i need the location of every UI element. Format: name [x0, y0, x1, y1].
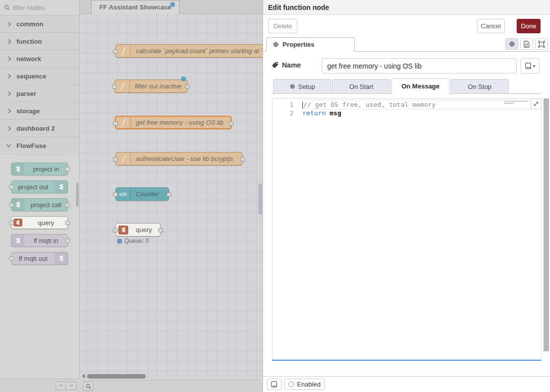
- edit-tray-title: Edit function node: [268, 3, 329, 11]
- code-text: msg: [326, 109, 341, 117]
- flow-node-filter-out-inactive[interactable]: ƒ filter out inactive: [114, 79, 187, 93]
- category-label: common: [16, 20, 43, 28]
- tray-scrollbar[interactable]: [544, 98, 549, 351]
- workspace-tabbar: FF Assistant Showcase: [80, 0, 263, 14]
- text-cursor: [302, 102, 303, 109]
- palette-category-storage[interactable]: storage: [0, 102, 79, 120]
- palette-node-ff-mqtt-in[interactable]: ff mqtt in: [11, 234, 68, 247]
- library-button[interactable]: ▾: [521, 58, 540, 74]
- tag-icon: [272, 62, 278, 69]
- flow-node-counter[interactable]: </> Counter: [115, 187, 169, 201]
- input-port[interactable]: [113, 157, 118, 161]
- output-port[interactable]: [240, 157, 245, 161]
- palette-category-function[interactable]: function: [0, 33, 79, 50]
- appearance-icon-button[interactable]: [535, 38, 548, 50]
- chevron-right-icon: [6, 108, 11, 113]
- tab-on-stop[interactable]: On Stop: [451, 79, 509, 94]
- collapse-all-button[interactable]: [56, 382, 66, 390]
- book-icon: [271, 381, 277, 388]
- tray-footer: Enabled: [263, 376, 550, 392]
- palette-node-ff-mqtt-out[interactable]: ff mqtt out: [11, 252, 68, 265]
- node-label: filter out inactive: [130, 82, 186, 90]
- function-icon: ƒ: [116, 117, 131, 128]
- node-label: query: [131, 226, 157, 234]
- scroll-left-arrow-icon[interactable]: [82, 374, 85, 379]
- workspace-tab-label: FF Assistant Showcase: [99, 3, 172, 11]
- flow-node-calculate-primes[interactable]: ƒ calculate `payload.count` primes start…: [115, 44, 263, 58]
- workspace-tab[interactable]: FF Assistant Showcase: [91, 0, 180, 14]
- expand-editor-button[interactable]: [531, 98, 542, 109]
- output-port[interactable]: [167, 192, 172, 197]
- canvas-vertical-scrollbar[interactable]: [259, 184, 262, 215]
- palette-category-sequence[interactable]: sequence: [0, 68, 79, 85]
- enabled-label: Enabled: [297, 381, 321, 388]
- tab-label: On Message: [401, 82, 440, 90]
- input-port[interactable]: [113, 192, 118, 197]
- zoom-search-button[interactable]: [83, 382, 93, 391]
- code-line-1[interactable]: 1 // get OS free, used, total memory: [273, 100, 541, 109]
- palette-sidebar: common function network sequence parser …: [0, 0, 80, 392]
- code-line-2[interactable]: 2 return msg: [273, 109, 541, 118]
- category-label: storage: [16, 107, 40, 115]
- delete-button[interactable]: Delete: [268, 19, 297, 33]
- expand-all-button[interactable]: [66, 382, 77, 390]
- input-port[interactable]: [112, 84, 117, 89]
- input-port[interactable]: [113, 121, 118, 126]
- expand-icon: [533, 101, 539, 107]
- palette-scrollbar[interactable]: [76, 183, 79, 207]
- chevron-right-icon: [6, 126, 11, 131]
- done-button[interactable]: Done: [517, 19, 541, 33]
- palette-node-project-out[interactable]: project out: [11, 180, 68, 193]
- library-footer-button[interactable]: [267, 379, 281, 390]
- line-number: 1: [273, 100, 293, 109]
- palette-search[interactable]: [0, 0, 79, 15]
- filter-nodes-input[interactable]: [13, 4, 68, 11]
- function-icon: ƒ: [116, 45, 131, 57]
- output-port[interactable]: [185, 84, 190, 89]
- enabled-status-icon: [288, 382, 294, 387]
- output-port: [65, 203, 70, 207]
- input-port[interactable]: [113, 49, 118, 54]
- enabled-toggle-button[interactable]: Enabled: [284, 379, 325, 390]
- palette-category-dashboard2[interactable]: dashboard 2: [0, 120, 79, 137]
- palette-category-flowfuse[interactable]: FlowFuse: [0, 137, 79, 155]
- category-label: FlowFuse: [16, 142, 46, 150]
- palette-node-label: project out: [11, 183, 55, 191]
- code-comment: // get OS free, used, total memory: [303, 101, 436, 108]
- category-label: sequence: [16, 73, 46, 80]
- palette-category-parser[interactable]: parser: [0, 85, 79, 102]
- edit-tray: Edit function node Delete Cancel Done Pr…: [263, 0, 550, 392]
- palette-node-project-call[interactable]: project call: [11, 198, 68, 211]
- output-port[interactable]: [229, 121, 234, 126]
- flowfuse-logo-icon: [11, 163, 24, 175]
- palette-category-network[interactable]: network: [0, 50, 79, 68]
- tray-tabs-bar: Properties: [263, 36, 550, 52]
- function-icon: ƒ: [115, 80, 130, 92]
- node-name-input[interactable]: [322, 58, 517, 74]
- input-port: [9, 203, 14, 207]
- tab-properties[interactable]: Properties: [266, 37, 355, 52]
- tab-setup[interactable]: Setup: [273, 79, 331, 94]
- tab-on-start[interactable]: On Start: [332, 79, 390, 94]
- tab-on-message[interactable]: On Message: [391, 78, 450, 94]
- input-port[interactable]: [113, 228, 118, 233]
- palette-category-common[interactable]: common: [0, 15, 79, 33]
- canvas-horizontal-scrollbar[interactable]: [82, 374, 146, 379]
- cancel-button[interactable]: Cancel: [477, 19, 505, 33]
- palette-node-project-in[interactable]: project in: [11, 162, 68, 175]
- horizontal-scroll-thumb[interactable]: [87, 374, 146, 379]
- category-label: network: [16, 55, 41, 63]
- flow-node-get-free-memory[interactable]: ƒ get free memory - using OS lib: [115, 116, 232, 129]
- description-icon-button[interactable]: [520, 38, 533, 50]
- code-keyword: return: [302, 109, 326, 117]
- flow-node-authenticate-user[interactable]: ƒ authenticateUser - use lib bcryptjs: [115, 152, 243, 165]
- caret-down-icon: ▾: [533, 64, 536, 69]
- chevron-right-icon: [6, 91, 11, 96]
- palette-node-query[interactable]: query: [11, 216, 68, 229]
- output-port[interactable]: [158, 228, 163, 233]
- flow-node-query[interactable]: query: [115, 223, 161, 236]
- flow-canvas[interactable]: FF Assistant Showcase ƒ calculate `paylo…: [80, 0, 263, 392]
- code-editor[interactable]: 1 // get OS free, used, total memory 2 r…: [272, 98, 542, 361]
- properties-icon-button[interactable]: [505, 38, 518, 50]
- editor-minimap: [504, 101, 528, 108]
